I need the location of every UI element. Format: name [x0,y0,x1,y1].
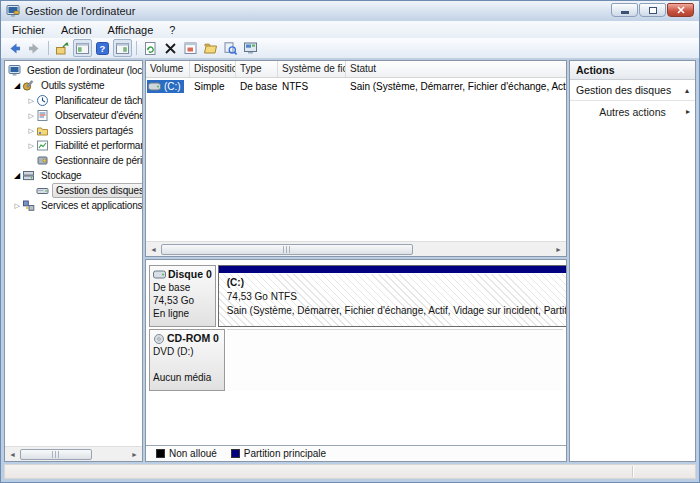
column-header-type[interactable]: Type [236,61,278,77]
minimize-button[interactable] [611,3,638,17]
cdrom-0-row: CD-ROM 0 DVD (D:) Aucun média [149,329,563,391]
tree-item-gestionnaire-peripheriques[interactable]: Gestionnaire de périphériques [5,153,142,168]
column-header-statut[interactable]: Statut [346,61,566,77]
drive-icon [148,82,161,91]
close-button[interactable] [667,3,694,17]
tree-item-dossiers-partages[interactable]: ▷ Dossiers partagés [5,123,142,138]
maximize-icon [649,7,657,14]
open-folder-icon[interactable] [201,39,220,57]
tree-item-fiabilite-performances[interactable]: ▷ Fiabilité et performances [5,138,142,153]
help-icon[interactable]: ? [93,39,112,57]
disk-type: De base [153,281,212,294]
scroll-right-icon[interactable]: ► [551,243,566,256]
computer-icon [8,64,21,77]
display-icon[interactable] [221,39,240,57]
cdrom-media-region[interactable] [227,329,563,391]
scroll-left-icon[interactable]: ◄ [146,243,161,256]
scrollbar-thumb[interactable] [161,244,413,255]
column-header-disposition[interactable]: Disposition [190,61,236,77]
titlebar[interactable]: Gestion de l'ordinateur [1,1,699,21]
actions-item-autres-actions[interactable]: Autres actions ▸ [570,101,695,122]
menu-fichier[interactable]: Fichier [4,23,53,37]
collapsed-arrow-icon[interactable]: ▷ [26,127,36,135]
collapsed-arrow-icon[interactable]: ▷ [12,202,22,210]
tree-item-planificateur[interactable]: ▷ Planificateur de tâches [5,93,142,108]
primary-partition-swatch [231,449,240,458]
collapsed-arrow-icon[interactable]: ▷ [26,97,36,105]
scroll-right-icon[interactable]: ► [127,448,142,461]
volume-label: (C:) [164,81,181,92]
settings-icon[interactable] [241,39,260,57]
tree-item-stockage[interactable]: ◢ Stockage [5,168,142,183]
collapsed-arrow-icon[interactable]: ▷ [26,112,36,120]
column-header-file-system[interactable]: Système de fichiers [278,61,346,77]
partition-size: 74,53 Go NTFS [227,290,566,304]
back-icon[interactable] [5,39,24,57]
disk-0-header[interactable]: Disque 0 De base 74,53 Go En ligne [149,265,216,327]
actions-group-label: Gestion des disques [576,84,671,96]
actions-pane: Actions Gestion des disques ▴ Autres act… [569,60,696,462]
properties-icon[interactable] [181,39,200,57]
partition-c[interactable]: (C:) 74,53 Go NTFS Sain (Système, Démarr… [218,265,566,327]
tree-item-gestion-des-disques[interactable]: Gestion des disques [5,183,142,198]
event-viewer-icon [36,109,49,122]
partition-color-band [219,266,566,274]
computer-management-icon [6,4,20,18]
system-tools-icon [22,79,35,92]
menu-affichage[interactable]: Affichage [100,23,162,37]
column-header-volume[interactable]: Volume [146,61,190,77]
type-cell: De base [236,81,278,92]
selected-volume[interactable]: (C:) [147,80,184,93]
menu-bar: Fichier Action Affichage ? [1,21,699,38]
computer-management-window: Gestion de l'ordinateur Fichier Action A… [0,0,700,483]
refresh-icon[interactable] [141,39,160,57]
forward-icon[interactable] [25,39,44,57]
services-icon [22,199,35,212]
window-title: Gestion de l'ordinateur [25,5,135,17]
actions-item-label: Autres actions [599,106,666,118]
tree-item-observateur[interactable]: ▷ Observateur d'événements [5,108,142,123]
menu-action[interactable]: Action [53,23,100,37]
expanded-arrow-icon[interactable]: ◢ [12,81,22,90]
disk-0-row: Disque 0 De base 74,53 Go En ligne (C:) … [149,265,563,327]
scrollbar-grip-icon [283,246,292,253]
show-action-pane-icon[interactable] [113,39,132,57]
volume-list-pane: Volume Disposition Type Système de fichi… [145,60,567,257]
maximize-button[interactable] [639,3,666,17]
tree-item-label: Stockage [38,169,85,182]
toolbar-separator [48,41,49,55]
scrollbar-grip-icon [52,451,61,458]
collapsed-arrow-icon[interactable]: ▷ [26,142,36,150]
svg-text:?: ? [100,43,106,54]
export-list-icon[interactable] [53,39,72,57]
tree-item-label: Fiabilité et performances [52,139,142,152]
cdrom-status: Aucun média [153,371,221,384]
actions-pane-title: Actions [570,61,695,80]
disposition-cell: Simple [190,81,236,92]
tree-item-services-applications[interactable]: ▷ Services et applications [5,198,142,213]
expanded-arrow-icon[interactable]: ◢ [12,171,22,180]
menu-help[interactable]: ? [161,23,183,37]
console-tree: Gestion de l'ordinateur (local) ◢ Outils… [5,61,142,446]
tree-item-label: Outils système [38,79,107,92]
delete-icon[interactable] [161,39,180,57]
toolbar-separator [136,41,137,55]
volume-row-c[interactable]: (C:) Simple De base NTFS Sain (Système, … [146,78,566,94]
actions-group-gestion-des-disques[interactable]: Gestion des disques ▴ [570,80,695,101]
show-console-tree-icon[interactable] [73,39,92,57]
tree-item-computer-management[interactable]: Gestion de l'ordinateur (local) [5,63,142,78]
tree-item-outils-systeme[interactable]: ◢ Outils système [5,78,142,93]
device-manager-icon [36,154,49,167]
disk-status: En ligne [153,307,212,320]
tree-horizontal-scrollbar[interactable]: ◄ ► [5,446,142,461]
scroll-left-icon[interactable]: ◄ [5,448,20,461]
cdrom-0-header[interactable]: CD-ROM 0 DVD (D:) Aucun média [149,329,225,391]
legend: Non alloué Partition principale [146,445,566,461]
task-scheduler-icon [36,94,49,107]
volume-list-horizontal-scrollbar[interactable]: ◄ ► [146,241,566,256]
scrollbar-thumb[interactable] [20,449,92,460]
collapse-arrow-icon[interactable]: ▴ [685,86,689,95]
volume-cell[interactable]: (C:) [146,80,190,93]
disk-size: 74,53 Go [153,294,212,307]
unallocated-swatch [156,449,165,458]
